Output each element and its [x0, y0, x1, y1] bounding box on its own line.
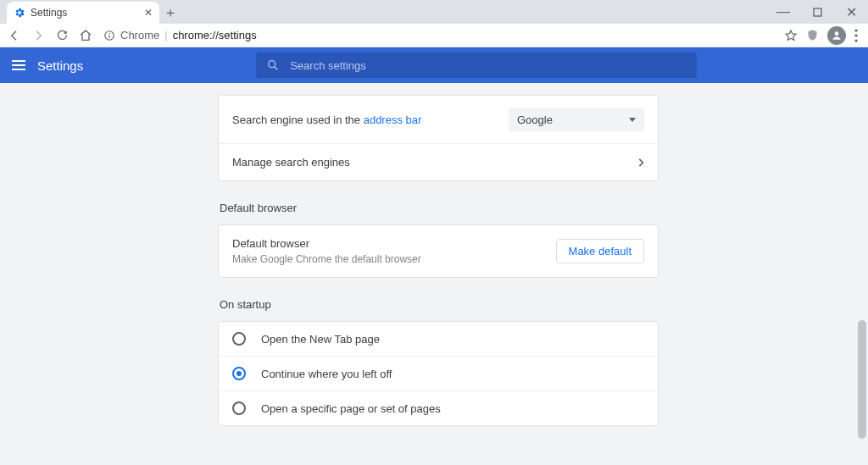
chevron-right-icon: [637, 158, 644, 167]
settings-title: Settings: [37, 58, 83, 73]
svg-point-4: [835, 31, 839, 36]
close-window-button[interactable]: ✕: [834, 0, 868, 24]
svg-line-9: [275, 67, 277, 69]
minimize-button[interactable]: —: [766, 0, 800, 24]
profile-avatar[interactable]: [827, 26, 846, 45]
address-bar-link[interactable]: address bar: [364, 113, 422, 126]
startup-option-specific[interactable]: Open a specific page or set of pages: [219, 390, 658, 425]
browser-tabstrip: Settings ✕ ＋ — ✕: [0, 0, 868, 24]
address-bar: Chrome | chrome://settings: [0, 24, 868, 47]
startup-option-new-tab[interactable]: Open the New Tab page: [219, 322, 658, 356]
search-engine-card: Search engine used in the address bar Go…: [218, 95, 659, 181]
search-icon: [266, 58, 280, 72]
settings-header: Settings: [0, 47, 868, 83]
radio-icon: [232, 401, 246, 415]
url-chip: Chrome: [120, 29, 159, 42]
search-engine-row: Search engine used in the address bar Go…: [219, 96, 658, 143]
url-separator: |: [164, 29, 167, 42]
default-browser-section-title: Default browser: [220, 202, 659, 214]
default-browser-title: Default browser: [232, 237, 556, 250]
settings-content: Search engine used in the address bar Go…: [0, 83, 868, 465]
svg-point-8: [269, 61, 275, 68]
make-default-button[interactable]: Make default: [556, 239, 644, 263]
home-button[interactable]: [76, 26, 95, 45]
manage-search-engines-label: Manage search engines: [232, 156, 637, 169]
svg-point-7: [854, 39, 857, 42]
search-engine-label-prefix: Search engine used in the: [232, 113, 364, 126]
on-startup-section-title: On startup: [220, 298, 659, 311]
manage-search-engines-row[interactable]: Manage search engines: [219, 143, 658, 180]
settings-search[interactable]: [256, 53, 697, 78]
scrollbar[interactable]: [856, 83, 868, 440]
startup-option-label: Open the New Tab page: [261, 333, 380, 346]
search-engine-selected: Google: [517, 113, 553, 126]
url-text: chrome://settings: [173, 29, 257, 42]
maximize-button[interactable]: [800, 0, 834, 24]
omnibox[interactable]: Chrome | chrome://settings: [100, 29, 779, 42]
tab-title: Settings: [31, 7, 67, 19]
svg-point-6: [854, 34, 857, 36]
svg-point-5: [854, 29, 857, 31]
hamburger-menu-icon[interactable]: [12, 60, 25, 70]
new-tab-button[interactable]: ＋: [159, 2, 181, 24]
startup-option-label: Continue where you left off: [261, 368, 392, 380]
svg-point-2: [108, 32, 110, 34]
on-startup-card: Open the New Tab page Continue where you…: [218, 321, 659, 426]
forward-button[interactable]: [29, 26, 47, 45]
search-engine-select[interactable]: Google: [509, 108, 644, 131]
radio-icon: [232, 332, 246, 346]
svg-rect-0: [814, 8, 821, 16]
close-tab-icon[interactable]: ✕: [144, 7, 153, 19]
star-icon[interactable]: [784, 29, 798, 42]
scrollbar-thumb[interactable]: [858, 320, 866, 439]
gear-icon: [14, 7, 25, 19]
browser-tab[interactable]: Settings ✕: [7, 2, 159, 24]
default-browser-subtitle: Make Google Chrome the default browser: [232, 253, 556, 265]
reload-button[interactable]: [53, 26, 71, 45]
kebab-menu-icon[interactable]: [854, 29, 858, 42]
settings-search-input[interactable]: [290, 59, 687, 72]
dropdown-caret-icon: [629, 118, 636, 122]
startup-option-label: Open a specific page or set of pages: [261, 402, 441, 415]
window-controls: — ✕: [766, 0, 868, 24]
site-info-icon[interactable]: [103, 30, 115, 42]
default-browser-row: Default browser Make Google Chrome the d…: [219, 225, 658, 277]
shield-icon[interactable]: [806, 29, 819, 42]
startup-option-continue[interactable]: Continue where you left off: [219, 356, 658, 390]
radio-icon: [232, 367, 246, 380]
default-browser-card: Default browser Make Google Chrome the d…: [218, 224, 659, 278]
back-button[interactable]: [5, 26, 24, 45]
svg-rect-3: [108, 35, 109, 38]
